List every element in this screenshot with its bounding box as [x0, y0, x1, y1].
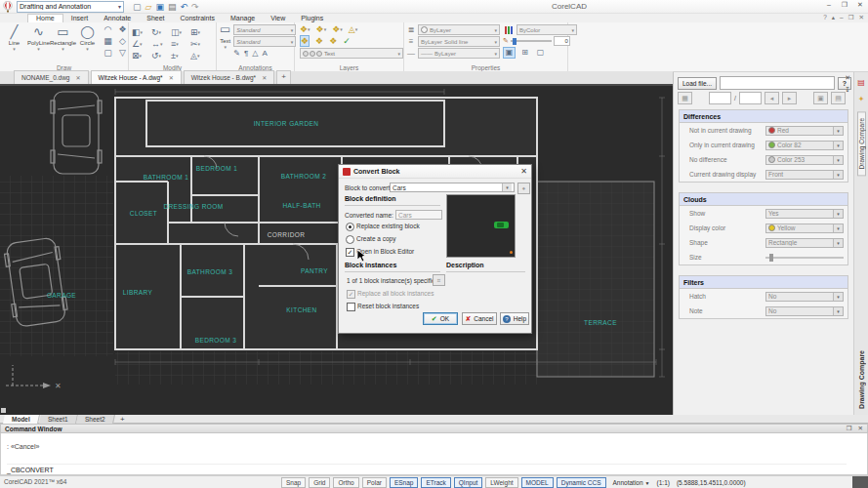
- panel-dropdown[interactable]: Color 82▾: [765, 141, 844, 150]
- dropdown-button[interactable]: ▾: [833, 239, 843, 247]
- layer-tool-button[interactable]: ❖▾: [316, 24, 327, 34]
- highlight-icon[interactable]: ✦: [858, 95, 865, 103]
- toggle-grid[interactable]: Grid: [309, 477, 330, 488]
- command-window-float-icon[interactable]: ❐: [847, 425, 852, 432]
- draw-tool-circle[interactable]: ◯Circle▾: [76, 24, 99, 60]
- toggle-model[interactable]: MODEL: [521, 477, 554, 488]
- menu-tab-insert[interactable]: Insert: [63, 14, 97, 22]
- modify-tool-button[interactable]: ±▾: [171, 50, 190, 61]
- block-to-convert-dropdown[interactable]: Cars ▾: [390, 183, 515, 192]
- minimize-doc-icon[interactable]: –: [840, 14, 844, 21]
- draw-tool-polyline[interactable]: ∿PolyLine▾: [27, 24, 50, 60]
- panel-dropdown[interactable]: Red▾: [765, 126, 844, 136]
- panel-dropdown[interactable]: Front▾: [765, 170, 844, 180]
- new-tab-button[interactable]: +: [276, 70, 291, 84]
- dropdown-button[interactable]: ▾: [833, 156, 843, 164]
- size-slider[interactable]: [765, 257, 844, 259]
- layer-tool-button[interactable]: ❖▾: [332, 24, 343, 34]
- slider-thumb[interactable]: [513, 38, 517, 45]
- dropdown-button[interactable]: ▾: [833, 224, 843, 232]
- menu-tab-sheet[interactable]: Sheet: [139, 14, 172, 22]
- modify-tool-button[interactable]: ⊞▾: [190, 26, 210, 38]
- resize-grip[interactable]: [852, 476, 868, 488]
- draw-extra-tool-icon[interactable]: ◠: [101, 24, 115, 36]
- layer-tool-button[interactable]: ❖: [329, 35, 337, 47]
- redo-icon[interactable]: ↷: [191, 2, 199, 12]
- dropdown-button[interactable]: ▾: [833, 127, 843, 135]
- menu-tab-view[interactable]: View: [263, 14, 293, 22]
- layer-tool-button[interactable]: ❖: [315, 35, 323, 47]
- select-instances-button[interactable]: ⌗: [433, 274, 445, 286]
- toggle-ortho[interactable]: Ortho: [333, 477, 358, 488]
- modify-tool-button[interactable]: ◧▾: [132, 26, 151, 38]
- slider-thumb[interactable]: [769, 254, 773, 262]
- dropdown-button[interactable]: ▾: [833, 293, 843, 301]
- ok-button[interactable]: ✔ OK: [423, 312, 458, 325]
- dropdown-button[interactable]: ▾: [833, 171, 843, 179]
- open-file-icon[interactable]: ▱: [145, 2, 152, 12]
- command-window-close-icon[interactable]: ✕: [858, 425, 863, 432]
- compare-file-input[interactable]: [720, 76, 835, 90]
- difference-total-field[interactable]: [739, 92, 762, 104]
- annotation-scale-dropdown[interactable]: Annotation ▼: [613, 479, 650, 486]
- zoom-difference-button[interactable]: ▣: [813, 92, 828, 104]
- dialog-close-icon[interactable]: ✕: [520, 167, 527, 176]
- difference-index-field[interactable]: [709, 92, 731, 104]
- panel-dropdown[interactable]: Yes▾: [765, 209, 844, 219]
- toggle-polar[interactable]: Polar: [362, 477, 387, 488]
- transparency-slider[interactable]: [511, 40, 552, 42]
- panel-section-header[interactable]: Clouds: [680, 193, 847, 206]
- dropdown-button[interactable]: ▾: [833, 142, 843, 149]
- layer-tool-button[interactable]: ◬▾: [349, 24, 357, 34]
- draw-extra-tool-icon[interactable]: ◇: [115, 36, 130, 48]
- replace-existing-block-radio[interactable]: [346, 223, 354, 231]
- close-tab-icon[interactable]: ✕: [262, 74, 267, 81]
- print-icon[interactable]: ▤: [168, 2, 177, 12]
- modify-tool-button[interactable]: ↔▾: [151, 38, 171, 50]
- hatch-color-dropdown[interactable]: ByColor ▾: [517, 24, 577, 35]
- menu-tab-manage[interactable]: Manage: [223, 14, 263, 22]
- open-in-block-editor-checkbox[interactable]: [346, 248, 354, 257]
- export-difference-button[interactable]: ▤: [831, 92, 846, 104]
- panel-dropdown[interactable]: No▾: [765, 306, 844, 316]
- toggle-lweight[interactable]: LWeight: [485, 477, 517, 488]
- command-input-line[interactable]: _CBCONVERT: [7, 464, 847, 473]
- document-tab[interactable]: Witzek House - A.dwg*✕: [91, 70, 182, 84]
- panel-close-icon[interactable]: ✕: [845, 74, 850, 82]
- annotation-tool-icon[interactable]: A: [263, 49, 268, 59]
- dropdown-button[interactable]: ▾: [833, 307, 843, 315]
- menu-tab-plugins[interactable]: Plugins: [293, 14, 331, 22]
- modify-tool-button[interactable]: ⊠▾: [132, 50, 151, 61]
- close-doc-icon[interactable]: ✕: [859, 14, 864, 21]
- dimension-style-dropdown[interactable]: Standard ▾: [233, 36, 296, 47]
- modify-tool-button[interactable]: ↺▾: [151, 50, 171, 61]
- draw-extra-tool-icon[interactable]: ❖: [115, 24, 130, 36]
- minimize-button[interactable]: –: [824, 1, 834, 9]
- entity-transparency-icon[interactable]: ▣: [503, 47, 516, 59]
- line-color-dropdown[interactable]: ByLayer ▾: [418, 24, 500, 35]
- new-file-icon[interactable]: ▢: [133, 2, 142, 12]
- undo-icon[interactable]: ↶: [180, 2, 187, 12]
- select-block-button[interactable]: ⌖: [517, 183, 530, 194]
- cancel-button[interactable]: ✘ Cancel: [462, 312, 497, 325]
- document-tab[interactable]: NONAME_0.dwg✕: [14, 70, 89, 84]
- annotation-tool-icon[interactable]: △: [252, 49, 258, 59]
- text-tool-button[interactable]: ▭ Text ▾: [220, 24, 230, 59]
- draw-tool-rectangle[interactable]: ▭Rectangle▾: [52, 24, 74, 60]
- close-tab-icon[interactable]: ✕: [76, 74, 81, 81]
- drawing-compare-icon[interactable]: ▤: [857, 78, 865, 87]
- panel-section-header[interactable]: Filters: [680, 276, 847, 289]
- sheet-tab-sheet2[interactable]: Sheet2: [76, 415, 115, 424]
- modify-tool-button[interactable]: ✂▾: [190, 38, 210, 50]
- help-icon[interactable]: ?: [823, 14, 827, 21]
- toggle-etrack[interactable]: ETrack: [421, 477, 450, 488]
- annotation-tool-icon[interactable]: ¶: [244, 49, 248, 59]
- close-button[interactable]: ✕: [855, 1, 865, 9]
- panel-dropdown[interactable]: Rectangle▾: [765, 238, 844, 248]
- modify-tool-button[interactable]: ◫▾: [171, 26, 190, 38]
- close-tab-icon[interactable]: ✕: [169, 74, 174, 81]
- properties-page-icon[interactable]: ▢: [534, 47, 547, 59]
- line-weight-dropdown[interactable]: —— ByLayer ▾: [418, 48, 500, 59]
- collapse-ribbon-icon[interactable]: ▴: [832, 14, 835, 21]
- modify-tool-button[interactable]: ◬▾: [190, 50, 210, 61]
